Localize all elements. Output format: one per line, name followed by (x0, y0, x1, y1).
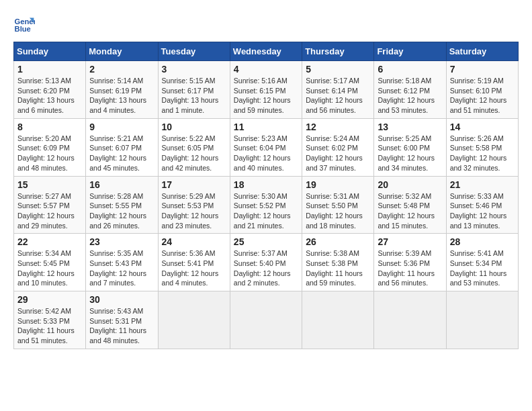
calendar-cell: 19Sunrise: 5:31 AMSunset: 5:50 PMDayligh… (302, 176, 374, 234)
calendar-cell: 28Sunrise: 5:41 AMSunset: 5:34 PMDayligh… (446, 234, 518, 291)
day-number: 18 (234, 179, 298, 190)
header-day-sunday: Sunday (14, 42, 86, 61)
svg-text:Blue: Blue (15, 25, 31, 33)
day-number: 24 (162, 236, 226, 247)
calendar-cell: 27Sunrise: 5:39 AMSunset: 5:36 PMDayligh… (374, 234, 446, 291)
header-day-wednesday: Wednesday (230, 42, 302, 61)
day-number: 29 (17, 294, 82, 305)
day-number: 10 (162, 122, 226, 132)
day-number: 26 (306, 236, 370, 247)
calendar-cell (446, 291, 518, 349)
day-number: 3 (162, 64, 226, 75)
day-number: 8 (17, 122, 82, 132)
day-number: 27 (378, 236, 442, 247)
calendar-cell: 24Sunrise: 5:36 AMSunset: 5:41 PMDayligh… (158, 234, 230, 291)
day-number: 7 (450, 64, 515, 75)
cell-info: Sunrise: 5:33 AMSunset: 5:46 PMDaylight:… (450, 191, 515, 231)
cell-info: Sunrise: 5:20 AMSunset: 6:09 PMDaylight:… (17, 134, 82, 173)
day-number: 17 (162, 179, 226, 190)
calendar-cell (374, 291, 446, 349)
cell-info: Sunrise: 5:23 AMSunset: 6:04 PMDaylight:… (234, 134, 298, 173)
cell-info: Sunrise: 5:19 AMSunset: 6:10 PMDaylight:… (450, 76, 515, 116)
header-day-monday: Monday (86, 42, 158, 61)
header-day-friday: Friday (374, 42, 446, 61)
cell-info: Sunrise: 5:39 AMSunset: 5:36 PMDaylight:… (378, 248, 442, 288)
calendar-cell: 18Sunrise: 5:30 AMSunset: 5:52 PMDayligh… (230, 176, 302, 234)
day-number: 20 (378, 179, 442, 190)
calendar-cell: 1Sunrise: 5:13 AMSunset: 6:20 PMDaylight… (14, 61, 86, 119)
cell-info: Sunrise: 5:27 AMSunset: 5:57 PMDaylight:… (17, 191, 82, 231)
cell-info: Sunrise: 5:14 AMSunset: 6:19 PMDaylight:… (89, 76, 154, 116)
cell-info: Sunrise: 5:22 AMSunset: 6:05 PMDaylight:… (162, 134, 226, 173)
cell-info: Sunrise: 5:37 AMSunset: 5:40 PMDaylight:… (234, 248, 298, 288)
day-number: 4 (234, 64, 298, 75)
calendar-table: SundayMondayTuesdayWednesdayThursdayFrid… (13, 42, 519, 349)
calendar-cell: 14Sunrise: 5:26 AMSunset: 5:58 PMDayligh… (446, 118, 518, 176)
logo-icon: General Blue (13, 13, 35, 35)
cell-info: Sunrise: 5:21 AMSunset: 6:07 PMDaylight:… (89, 134, 154, 173)
cell-info: Sunrise: 5:38 AMSunset: 5:38 PMDaylight:… (306, 248, 370, 288)
cell-info: Sunrise: 5:25 AMSunset: 6:00 PMDaylight:… (378, 134, 442, 173)
calendar-cell: 5Sunrise: 5:17 AMSunset: 6:14 PMDaylight… (302, 61, 374, 119)
cell-info: Sunrise: 5:42 AMSunset: 5:33 PMDaylight:… (17, 306, 82, 346)
day-number: 28 (450, 236, 515, 247)
calendar-cell: 6Sunrise: 5:18 AMSunset: 6:12 PMDaylight… (374, 61, 446, 119)
calendar-cell: 30Sunrise: 5:43 AMSunset: 5:31 PMDayligh… (86, 291, 158, 349)
calendar-cell: 26Sunrise: 5:38 AMSunset: 5:38 PMDayligh… (302, 234, 374, 291)
cell-info: Sunrise: 5:30 AMSunset: 5:52 PMDaylight:… (234, 191, 298, 231)
calendar-cell: 17Sunrise: 5:29 AMSunset: 5:53 PMDayligh… (158, 176, 230, 234)
calendar-cell: 29Sunrise: 5:42 AMSunset: 5:33 PMDayligh… (14, 291, 86, 349)
day-number: 5 (306, 64, 370, 75)
day-number: 21 (450, 179, 515, 190)
day-number: 11 (234, 122, 298, 132)
day-number: 22 (17, 236, 82, 247)
cell-info: Sunrise: 5:24 AMSunset: 6:02 PMDaylight:… (306, 134, 370, 173)
calendar-cell: 21Sunrise: 5:33 AMSunset: 5:46 PMDayligh… (446, 176, 518, 234)
calendar-cell: 4Sunrise: 5:16 AMSunset: 6:15 PMDaylight… (230, 61, 302, 119)
calendar-cell: 23Sunrise: 5:35 AMSunset: 5:43 PMDayligh… (86, 234, 158, 291)
calendar-cell: 11Sunrise: 5:23 AMSunset: 6:04 PMDayligh… (230, 118, 302, 176)
day-number: 15 (17, 179, 82, 190)
day-number: 6 (378, 64, 442, 75)
day-number: 14 (450, 122, 515, 132)
calendar-cell: 15Sunrise: 5:27 AMSunset: 5:57 PMDayligh… (14, 176, 86, 234)
day-number: 12 (306, 122, 370, 132)
cell-info: Sunrise: 5:13 AMSunset: 6:20 PMDaylight:… (17, 76, 82, 116)
calendar-body: 1Sunrise: 5:13 AMSunset: 6:20 PMDaylight… (14, 61, 519, 349)
day-number: 9 (89, 122, 154, 132)
page-header: General Blue (13, 13, 519, 35)
header-day-tuesday: Tuesday (158, 42, 230, 61)
week-row-4: 22Sunrise: 5:34 AMSunset: 5:45 PMDayligh… (14, 234, 519, 291)
week-row-5: 29Sunrise: 5:42 AMSunset: 5:33 PMDayligh… (14, 291, 519, 349)
calendar-cell (158, 291, 230, 349)
calendar-cell: 2Sunrise: 5:14 AMSunset: 6:19 PMDaylight… (86, 61, 158, 119)
day-number: 16 (89, 179, 154, 190)
calendar-cell: 22Sunrise: 5:34 AMSunset: 5:45 PMDayligh… (14, 234, 86, 291)
cell-info: Sunrise: 5:32 AMSunset: 5:48 PMDaylight:… (378, 191, 442, 231)
week-row-3: 15Sunrise: 5:27 AMSunset: 5:57 PMDayligh… (14, 176, 519, 234)
calendar-cell: 13Sunrise: 5:25 AMSunset: 6:00 PMDayligh… (374, 118, 446, 176)
calendar-header: SundayMondayTuesdayWednesdayThursdayFrid… (14, 42, 519, 61)
calendar-cell: 9Sunrise: 5:21 AMSunset: 6:07 PMDaylight… (86, 118, 158, 176)
calendar-cell: 10Sunrise: 5:22 AMSunset: 6:05 PMDayligh… (158, 118, 230, 176)
cell-info: Sunrise: 5:15 AMSunset: 6:17 PMDaylight:… (162, 76, 226, 116)
cell-info: Sunrise: 5:18 AMSunset: 6:12 PMDaylight:… (378, 76, 442, 116)
cell-info: Sunrise: 5:28 AMSunset: 5:55 PMDaylight:… (89, 191, 154, 231)
calendar-cell (230, 291, 302, 349)
week-row-1: 1Sunrise: 5:13 AMSunset: 6:20 PMDaylight… (14, 61, 519, 119)
calendar-cell: 3Sunrise: 5:15 AMSunset: 6:17 PMDaylight… (158, 61, 230, 119)
calendar-cell: 16Sunrise: 5:28 AMSunset: 5:55 PMDayligh… (86, 176, 158, 234)
calendar-cell: 25Sunrise: 5:37 AMSunset: 5:40 PMDayligh… (230, 234, 302, 291)
calendar-cell (302, 291, 374, 349)
day-number: 19 (306, 179, 370, 190)
calendar-cell: 12Sunrise: 5:24 AMSunset: 6:02 PMDayligh… (302, 118, 374, 176)
calendar-cell: 7Sunrise: 5:19 AMSunset: 6:10 PMDaylight… (446, 61, 518, 119)
day-number: 2 (89, 64, 154, 75)
cell-info: Sunrise: 5:16 AMSunset: 6:15 PMDaylight:… (234, 76, 298, 116)
header-row: SundayMondayTuesdayWednesdayThursdayFrid… (14, 42, 519, 61)
cell-info: Sunrise: 5:31 AMSunset: 5:50 PMDaylight:… (306, 191, 370, 231)
day-number: 23 (89, 236, 154, 247)
cell-info: Sunrise: 5:34 AMSunset: 5:45 PMDaylight:… (17, 248, 82, 288)
calendar-cell: 20Sunrise: 5:32 AMSunset: 5:48 PMDayligh… (374, 176, 446, 234)
header-day-saturday: Saturday (446, 42, 518, 61)
